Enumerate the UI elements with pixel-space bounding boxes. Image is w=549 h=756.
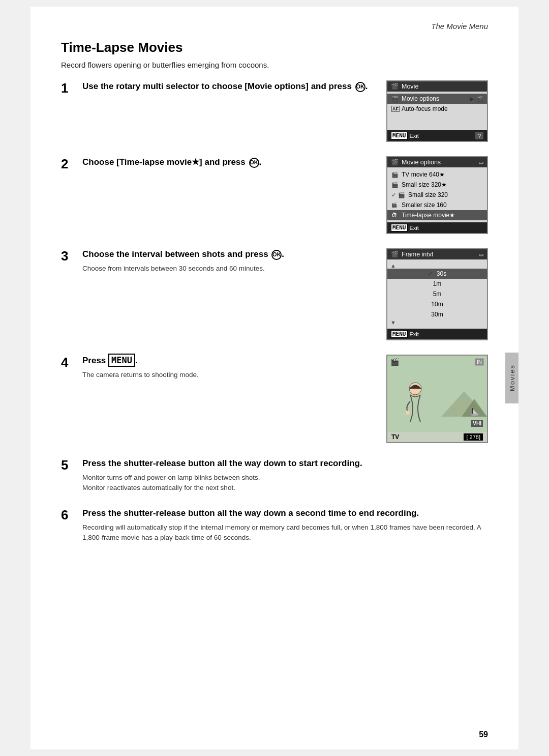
screen-3: 🎬 Frame intvl ▭ ▲ ✓ 30s 1m (386, 248, 488, 340)
ok-icon-2: OK (249, 158, 259, 168)
step-4-number: 4 (61, 355, 82, 370)
step-1: 1 Use the rotary multi selector to choos… (61, 80, 488, 142)
row-icon-2: AF (391, 106, 400, 112)
screen-2-body: 🎬 TV movie 640★ 🎬 Small size 320★ ✓ 🎬 Sm… (387, 167, 487, 222)
row-label-2: Auto-focus mode (402, 105, 448, 112)
row-icon-s1: 🎬 (391, 171, 400, 178)
screen-1-spacer (387, 114, 487, 128)
screen-3-badge: ▭ (478, 251, 483, 258)
screen-2: 🎬 Movie options ▭ 🎬 TV movie 640★ 🎬 Smal… (386, 156, 488, 234)
screen-3-row-4: 10m (387, 299, 487, 309)
arrow-right-1: ▶ (470, 96, 474, 102)
page-header: The Movie Menu (61, 22, 488, 31)
step-4: 4 Press MENU. The camera returns to shoo… (61, 355, 488, 443)
step-3-heading: Choose the interval between shots and pr… (82, 248, 377, 260)
screen-1-row-2: AF Auto-focus mode (387, 104, 487, 114)
step-6-number: 6 (61, 507, 82, 523)
step-5: 5 Press the shutter-release button all t… (61, 457, 488, 493)
screen-2-title: Movie options (402, 159, 441, 166)
ok-icon-3: OK (271, 250, 282, 260)
in-badge: IN (475, 358, 484, 366)
interval-1m: 1m (433, 280, 442, 287)
step-2: 2 Choose [Time-lapse movie★] and press O… (61, 156, 488, 234)
step-3-desc: Choose from intervals between 30 seconds… (82, 264, 377, 274)
menu-label-1: MENU (391, 132, 408, 139)
row-icon-1: 🎬 (391, 96, 400, 102)
screen-2-footer: MENU Exit (387, 222, 487, 233)
screen-3-row-5: 30m (387, 309, 487, 319)
interval-10m: 10m (431, 301, 443, 308)
header-title: The Movie Menu (431, 22, 488, 31)
screen-3-footer: MENU Exit (387, 329, 487, 339)
exit-label-1: Exit (410, 133, 419, 139)
check-3-1: ✓ (428, 271, 433, 277)
exit-label-3: Exit (410, 331, 419, 337)
screen-1-row-1: 🎬 Movie options ▶ 🎬 (387, 94, 487, 104)
step-3-number: 3 (61, 248, 82, 264)
page-subtitle: Record flowers opening or butterflies em… (61, 61, 488, 69)
row-icon-s5: ⏱ (391, 212, 400, 218)
menu-label-2: MENU (391, 224, 408, 231)
movie-icon-2: 🎬 (391, 159, 399, 166)
screen-2-row-3: ✓ 🎬 Small size 320 (387, 190, 487, 200)
step-5-desc-2: Monitor reactivates automatically for th… (82, 483, 488, 493)
step-2-heading: Choose [Time-lapse movie★] and press OK. (82, 156, 377, 168)
camera-screen-4: 🎬 IN (386, 355, 488, 443)
screen-3-down-arrow: ▼ (387, 319, 487, 327)
step-5-content: Press the shutter-release button all the… (82, 457, 488, 493)
screen-2-row-1: 🎬 TV movie 640★ (387, 169, 487, 180)
step-6-heading: Press the shutter-release button all the… (82, 507, 488, 519)
screen-2-row-5: ⏱ Time-lapse movie★ (387, 210, 487, 220)
interval-5m: 5m (433, 290, 442, 298)
page-title: Time-Lapse Movies (61, 40, 488, 55)
screen-2-row-4: 🎬 Smaller size 160 (387, 200, 487, 210)
sidebar-label: Movies (508, 364, 516, 391)
exit-label-2: Exit (410, 225, 419, 231)
screen-3-title: Frame intvl (402, 251, 433, 258)
row-label-s3: Small size 320 (408, 191, 448, 198)
menu-word: MENU (108, 354, 135, 367)
screen-3-up-arrow: ▲ (387, 261, 487, 269)
page-number: 59 (479, 730, 488, 739)
sidebar-tab: Movies (505, 353, 518, 403)
row-label-s1: TV movie 640★ (402, 171, 445, 178)
step-6: 6 Press the shutter-release button all t… (61, 507, 488, 543)
step-3: 3 Choose the interval between shots and … (61, 248, 488, 340)
check-icon-1: ✓ (391, 192, 396, 198)
step-4-desc: The camera returns to shooting mode. (82, 370, 377, 380)
camera-icon-top: 🎬 (390, 358, 399, 366)
step-1-heading: Use the rotary multi selector to choose … (82, 80, 377, 93)
step-4-content: Press MENU. The camera returns to shooti… (82, 355, 488, 443)
row-icon-s3: 🎬 (398, 192, 406, 198)
interval-30s: 30s (437, 270, 446, 277)
svg-rect-2 (472, 408, 473, 414)
screen-3-row-3: 5m (387, 289, 487, 299)
step-1-number: 1 (61, 80, 82, 96)
help-icon-1: ? (475, 132, 483, 139)
screen-1-title: Movie (402, 83, 418, 90)
screen-3-row-2: 1m (387, 279, 487, 289)
row-icon-s2: 🎬 (391, 182, 400, 188)
menu-label-3: MENU (391, 330, 408, 338)
row-label-s5: Time-lapse movie★ (402, 212, 455, 219)
screen-1-titlebar: 🎬 Movie (387, 81, 487, 92)
svg-point-6 (406, 411, 410, 415)
movie-icon-3: 🎬 (391, 251, 399, 258)
row-label-s4: Smaller size 160 (402, 201, 447, 209)
vhi-badge: VHI (471, 420, 483, 427)
step-5-heading: Press the shutter-release button all the… (82, 457, 488, 470)
mountain-illustration (441, 389, 487, 419)
frame-count: [ 278] (464, 433, 483, 441)
step-3-content: Choose the interval between shots and pr… (82, 248, 488, 340)
screen-2-titlebar: 🎬 Movie options ▭ (387, 157, 487, 167)
screen-1: 🎬 Movie 🎬 Movie options ▶ 🎬 AF Auto-focu (386, 80, 488, 142)
screen-2-row-2: 🎬 Small size 320★ (387, 180, 487, 190)
camera-top-bar: 🎬 IN (387, 358, 487, 366)
screen-3-titlebar: 🎬 Frame intvl ▭ (387, 249, 487, 259)
row-badge-1: 🎬 (477, 96, 483, 102)
ok-icon-1: OK (355, 82, 365, 92)
screen-1-footer: MENU Exit ? (387, 130, 487, 141)
svg-point-4 (471, 414, 479, 416)
tv-label: TV (391, 433, 399, 441)
step-4-heading: Press MENU. (82, 355, 377, 367)
